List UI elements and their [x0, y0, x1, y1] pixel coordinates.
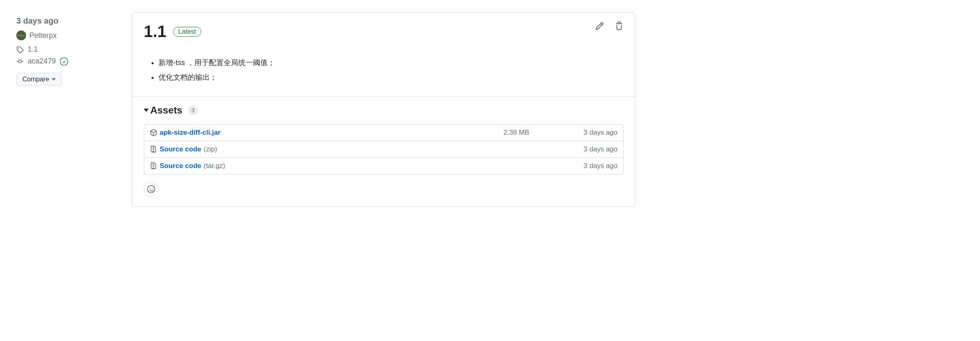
asset-link[interactable]: apk-size-diff-cli.jar	[160, 129, 220, 137]
file-zip-icon	[150, 146, 157, 153]
release-sidebar: 3 days ago Petterp Petterpx 1.1 aca2479 …	[16, 12, 122, 207]
compare-label: Compare	[22, 76, 49, 83]
asset-row: Source code (tar.gz) 3 days ago	[144, 158, 623, 174]
release-note-item: 优化文档的输出；	[158, 70, 624, 85]
commit-row[interactable]: aca2479	[16, 57, 122, 66]
compare-button[interactable]: Compare	[16, 73, 62, 86]
asset-suffix: (zip)	[204, 145, 217, 153]
release-notes: 新增-tss ，用于配置全局统一阈值； 优化文档的输出；	[144, 55, 624, 85]
assets-toggle[interactable]: Assets	[144, 105, 182, 116]
asset-time: 3 days ago	[565, 162, 617, 170]
release-timestamp: 3 days ago	[16, 16, 122, 26]
smiley-icon	[147, 185, 155, 193]
latest-badge: Latest	[173, 27, 202, 37]
pencil-icon	[595, 22, 604, 31]
release-note-item: 新增-tss ，用于配置全局统一阈值；	[158, 55, 624, 70]
caret-down-icon	[144, 109, 149, 112]
asset-row: apk-size-diff-cli.jar 2.38 MB 3 days ago	[144, 125, 623, 141]
tag-row[interactable]: 1.1	[16, 45, 122, 54]
author-row[interactable]: Petterp Petterpx	[16, 31, 122, 40]
package-icon	[150, 129, 157, 136]
asset-link[interactable]: Source code	[160, 145, 201, 153]
release-title: 1.1	[144, 22, 167, 41]
asset-link[interactable]: Source code	[160, 162, 201, 170]
asset-list: apk-size-diff-cli.jar 2.38 MB 3 days ago…	[144, 124, 624, 175]
tag-name: 1.1	[28, 45, 38, 54]
commit-icon	[16, 58, 24, 65]
edit-button[interactable]	[593, 20, 606, 33]
release-panel: 1.1 Latest 新增-tss ，用于配置全局统一阈值； 优化文档的输出； …	[132, 12, 635, 207]
asset-time: 3 days ago	[565, 129, 617, 137]
asset-time: 3 days ago	[565, 145, 617, 153]
file-zip-icon	[150, 162, 157, 170]
assets-title: Assets	[150, 105, 182, 116]
verified-icon	[60, 57, 68, 66]
tag-icon	[16, 46, 24, 53]
avatar: Petterp	[16, 31, 26, 40]
trash-icon	[615, 22, 624, 31]
asset-row: Source code (zip) 3 days ago	[144, 141, 623, 158]
chevron-down-icon	[52, 78, 56, 81]
asset-size: 2.38 MB	[503, 129, 565, 137]
assets-count: 3	[188, 105, 198, 115]
author-name: Petterpx	[29, 31, 57, 40]
delete-button[interactable]	[613, 20, 625, 33]
commit-hash: aca2479	[28, 57, 56, 66]
asset-suffix: (tar.gz)	[204, 162, 225, 170]
add-reaction-button[interactable]	[144, 182, 158, 197]
